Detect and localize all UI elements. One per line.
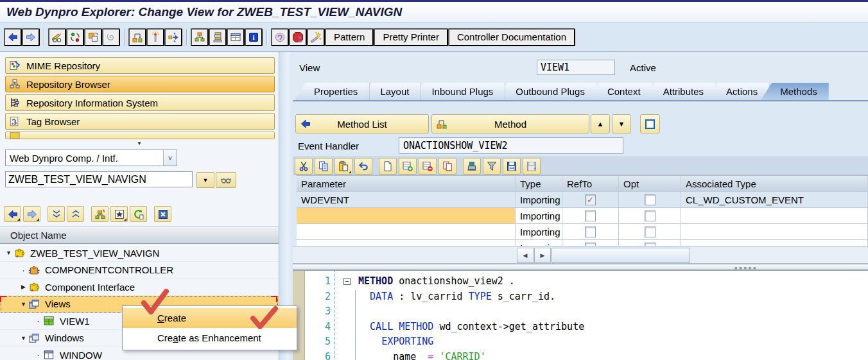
toolbar-button-stack-list[interactable]: [209, 28, 227, 46]
tree-toolbar-button-close[interactable]: [154, 206, 171, 222]
toolbar-text-button-pretty-printer[interactable]: Pretty Printer: [374, 28, 448, 46]
toolbar-button-pattern-wizard[interactable]: [307, 28, 325, 46]
next-method-button[interactable]: ▼: [612, 114, 631, 133]
refto-checkbox[interactable]: [585, 227, 596, 237]
cell-parameter[interactable]: [297, 224, 516, 240]
object-name-input[interactable]: [5, 171, 193, 187]
menu-item-create[interactable]: Create: [123, 308, 297, 328]
toolbar-button-runtime-analysis[interactable]: [289, 28, 307, 46]
method-button[interactable]: Method: [431, 114, 589, 133]
tab-context[interactable]: Context: [588, 83, 652, 100]
tab-actions[interactable]: Actions: [707, 83, 769, 100]
cell-parameter[interactable]: WDEVENT: [297, 192, 516, 208]
abap-code-editor[interactable]: 1234567 METHOD onactionshow_view2 . DATA…: [293, 270, 868, 360]
table-hscrollbar[interactable]: ◀ ▶: [293, 246, 868, 264]
tab-methods[interactable]: Methods: [761, 83, 829, 100]
cell-associated-type[interactable]: [681, 224, 868, 240]
object-name-dropdown-button[interactable]: ▼: [196, 172, 214, 188]
display-object-button[interactable]: [216, 172, 236, 188]
editor-toolbar-button-save-inactive[interactable]: [523, 158, 541, 175]
tree-item-zweb-test-view-navign[interactable]: ▼ZWEB_TEST_VIEW_NAVIGN: [0, 244, 279, 262]
opt-checkbox[interactable]: [645, 227, 655, 237]
toolbar-button-where-used[interactable]: [128, 28, 146, 46]
cell-type[interactable]: Importing: [516, 192, 562, 208]
tab-attributes[interactable]: Attributes: [644, 83, 715, 100]
editor-toolbar-button-paste[interactable]: [334, 158, 352, 175]
sidebar-item-repository-information-system[interactable]: Repository Information System: [5, 94, 275, 111]
method-list-button[interactable]: Method List: [295, 114, 429, 133]
editor-toolbar-button-duplicate-line[interactable]: [438, 158, 456, 175]
table-row[interactable]: Importing: [297, 208, 868, 224]
refto-checkbox[interactable]: ✓: [585, 194, 596, 205]
cell-parameter[interactable]: [297, 240, 516, 246]
tab-outbound-plugs[interactable]: Outbound Plugs: [496, 83, 596, 100]
expander-open-icon[interactable]: ▼: [19, 335, 28, 341]
tree-item-componentcontroller[interactable]: ·COMPONENTCONTROLLER: [0, 262, 279, 279]
tree-toolbar-button-favorites[interactable]: [110, 206, 128, 222]
tree-item-component-interface[interactable]: ▶Component Interface: [0, 279, 279, 296]
toolbar-button-forward[interactable]: [22, 28, 40, 46]
collapse-handle-icon[interactable]: ▼: [0, 141, 279, 146]
tree-toolbar-button-display-parent[interactable]: [91, 206, 108, 222]
fold-collapse-icon[interactable]: [343, 278, 351, 285]
cell-refto[interactable]: [562, 240, 619, 246]
cell-type[interactable]: Importing: [516, 224, 562, 240]
editor-toolbar-button-copy[interactable]: [315, 158, 333, 175]
cell-type[interactable]: Importing: [516, 240, 562, 246]
fullscreen-toggle-button[interactable]: [640, 114, 660, 133]
tree-toolbar-button-nav-forward[interactable]: [23, 206, 40, 222]
toolbar-button-trace[interactable]: [102, 28, 120, 46]
toolbar-button-object-list[interactable]: [191, 28, 209, 46]
opt-checkbox[interactable]: [645, 194, 655, 205]
opt-checkbox[interactable]: [645, 210, 655, 221]
tab-properties[interactable]: Properties: [295, 83, 369, 100]
view-name-input[interactable]: [537, 60, 615, 75]
cell-refto[interactable]: [562, 224, 619, 240]
scroll-left-button[interactable]: ◀: [517, 248, 534, 263]
toolbar-button-test[interactable]: [146, 28, 164, 46]
editor-toolbar-button-cut[interactable]: [295, 158, 313, 175]
previous-method-button[interactable]: ▲: [591, 114, 610, 133]
cell-associated-type[interactable]: CL_WD_CUSTOM_EVENT: [681, 192, 868, 208]
object-type-select[interactable]: Web Dynpro Comp. / Intf. ˅: [5, 150, 177, 166]
tree-toolbar-button-collapse-all[interactable]: [67, 206, 84, 222]
sidebar-item-tag-browser[interactable]: Tag Browser: [5, 113, 275, 130]
cell-associated-type[interactable]: [681, 240, 868, 246]
table-row[interactable]: WDEVENTImporting✓CL_WD_CUSTOM_EVENT: [297, 192, 868, 208]
editor-toolbar-button-new-line[interactable]: [379, 158, 397, 175]
toolbar-button-refresh-object[interactable]: [66, 28, 84, 46]
cell-opt[interactable]: [619, 224, 681, 240]
cell-opt[interactable]: [619, 192, 681, 208]
cell-associated-type[interactable]: [681, 208, 868, 224]
cell-opt[interactable]: [619, 208, 681, 224]
menu-item-create-as-enhancement[interactable]: Create as Enhancement: [123, 328, 297, 348]
cell-refto[interactable]: [562, 208, 619, 224]
cell-opt[interactable]: [619, 240, 681, 246]
table-row[interactable]: Importing: [297, 240, 868, 246]
cell-refto[interactable]: ✓: [562, 192, 619, 208]
editor-toolbar-button-delete-line[interactable]: [419, 158, 437, 175]
expander-open-icon[interactable]: ▼: [4, 250, 13, 256]
code-area[interactable]: METHOD onactionshow_view2 . DATA : lv_ca…: [335, 271, 868, 360]
tree-toolbar-button-expand-all[interactable]: [48, 206, 65, 222]
tab-inbound-plugs[interactable]: Inbound Plugs: [412, 83, 505, 100]
horizontal-splitter[interactable]: ■■■■■: [293, 264, 868, 270]
cell-type[interactable]: Importing: [516, 208, 562, 224]
event-handler-input[interactable]: [399, 137, 623, 154]
sidebar-item-repository-browser[interactable]: Repository Browser: [5, 76, 275, 92]
cell-parameter[interactable]: [297, 208, 516, 224]
sidebar-item-mime-repository[interactable]: MIME Repository: [5, 57, 275, 74]
toolbar-button-info[interactable]: i: [245, 28, 263, 46]
expander-closed-icon[interactable]: ▶: [19, 284, 28, 290]
toolbar-button-navigation[interactable]: [164, 28, 182, 46]
toolbar-button-back[interactable]: [4, 28, 22, 46]
editor-toolbar-button-save[interactable]: [503, 158, 521, 175]
tree-toolbar-button-nav-back[interactable]: [4, 206, 21, 222]
opt-checkbox[interactable]: [645, 243, 655, 246]
toolbar-button-copy-object[interactable]: [84, 28, 102, 46]
toolbar-text-button-pattern[interactable]: Pattern: [325, 28, 374, 46]
editor-toolbar-button-filter[interactable]: [483, 158, 501, 175]
scroll-right-button[interactable]: ▶: [534, 248, 551, 263]
editor-toolbar-button-pretty-print[interactable]: [463, 158, 481, 175]
editor-toolbar-button-undo[interactable]: [354, 158, 372, 175]
